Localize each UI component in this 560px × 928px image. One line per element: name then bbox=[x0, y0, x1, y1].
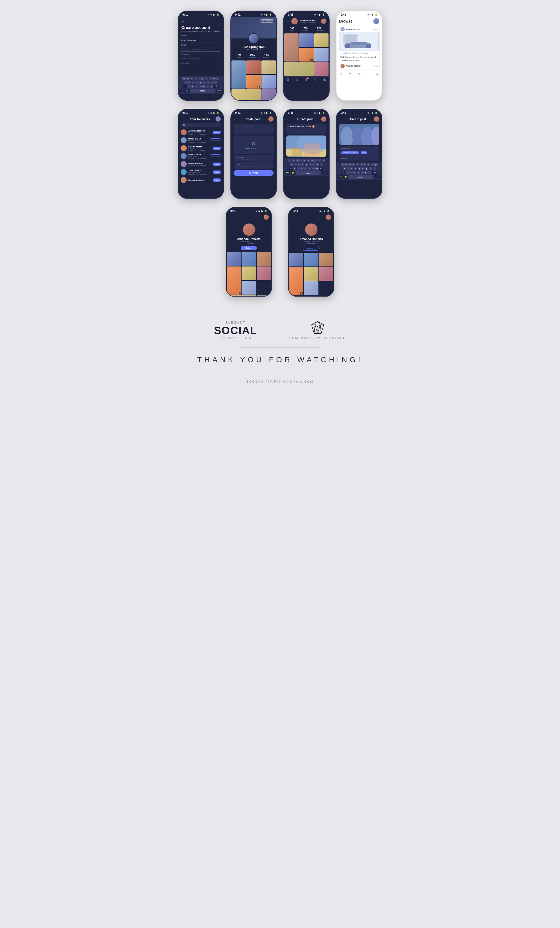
follow-big-button[interactable]: Follow bbox=[241, 246, 257, 250]
follow-button-6[interactable]: Follow bbox=[213, 171, 221, 174]
amanda-follow-back[interactable]: ← bbox=[229, 215, 232, 219]
followers-search[interactable]: 🔍 Search bbox=[181, 123, 221, 127]
tag-chip-ema[interactable]: Ema bbox=[361, 151, 367, 154]
kb3-p[interactable]: p bbox=[374, 163, 378, 166]
kb2-v[interactable]: v bbox=[304, 167, 307, 171]
password-confirm-input[interactable] bbox=[182, 66, 220, 70]
kb3-i[interactable]: i bbox=[367, 163, 370, 166]
kb3-k[interactable]: k bbox=[369, 167, 372, 170]
replies-action[interactable]: 💬 Replies 25 bbox=[349, 52, 359, 54]
kb3-z[interactable]: z bbox=[346, 171, 349, 174]
password-input[interactable] bbox=[182, 57, 220, 61]
kb3-w[interactable]: w bbox=[345, 163, 348, 166]
kb2-a[interactable]: a bbox=[290, 163, 293, 166]
browse-nav-home[interactable]: ⊞ bbox=[340, 72, 342, 76]
kb2-s[interactable]: s bbox=[294, 163, 297, 166]
browse-nav-add[interactable]: ⊕ bbox=[358, 72, 360, 76]
kb-c[interactable]: c bbox=[195, 85, 198, 88]
kb3-l[interactable]: l bbox=[372, 167, 376, 170]
kb-l[interactable]: l bbox=[214, 81, 217, 84]
kb-k[interactable]: k bbox=[211, 81, 214, 84]
kb3-shift[interactable]: ⇧ bbox=[342, 171, 345, 174]
kb2-return[interactable]: return bbox=[321, 171, 328, 174]
tag-friends-with-chips[interactable]: Tag Friends Francesca Anderson Ema bbox=[339, 146, 379, 156]
kb-return[interactable]: return bbox=[215, 89, 223, 92]
kb2-emoji[interactable]: 😊 bbox=[291, 171, 295, 175]
tag-chip-francesca[interactable]: Francesca Anderson bbox=[341, 151, 359, 154]
kb3-o[interactable]: o bbox=[371, 163, 374, 166]
kb-r[interactable]: r bbox=[194, 76, 197, 80]
following-button-4[interactable]: Following bbox=[210, 154, 221, 158]
kb-m[interactable]: m bbox=[210, 85, 214, 88]
kb2-l[interactable]: l bbox=[320, 163, 323, 166]
create-post-back[interactable]: ← bbox=[233, 117, 237, 121]
kb3-v[interactable]: v bbox=[357, 171, 360, 174]
kb3-g[interactable]: g bbox=[358, 167, 361, 170]
back-btn-amanda[interactable]: ← bbox=[286, 19, 290, 23]
nav-search-2[interactable]: ⊙ bbox=[296, 78, 299, 81]
photo-upload-area[interactable]: ⊙ Add Photo / Video bbox=[233, 136, 274, 154]
kb-u[interactable]: u bbox=[205, 76, 208, 80]
amanda-following-back[interactable]: ← bbox=[291, 215, 294, 219]
kb-i[interactable]: i bbox=[209, 76, 212, 80]
kb3-backspace[interactable]: ⌫ bbox=[372, 171, 377, 174]
kb-b[interactable]: b bbox=[202, 85, 206, 88]
kb2-e[interactable]: e bbox=[296, 159, 299, 162]
follow-button-3[interactable]: Follow bbox=[213, 147, 221, 150]
kb3-a[interactable]: a bbox=[343, 167, 346, 170]
kb2-c[interactable]: c bbox=[301, 167, 304, 171]
kb2-p[interactable]: p bbox=[322, 159, 325, 162]
kb2-g[interactable]: g bbox=[305, 163, 308, 166]
kb-t[interactable]: t bbox=[198, 76, 201, 80]
kb2-backspace[interactable]: ⌫ bbox=[319, 167, 324, 171]
kb3-q[interactable]: q bbox=[341, 163, 344, 166]
kb3-e[interactable]: e bbox=[348, 163, 352, 166]
kb2-t[interactable]: t bbox=[303, 159, 306, 162]
kb3-j[interactable]: j bbox=[365, 167, 368, 170]
like-action[interactable]: ♥ Like 280 bbox=[340, 52, 348, 54]
kb2-y[interactable]: y bbox=[307, 159, 310, 162]
kb2-d[interactable]: d bbox=[298, 163, 301, 166]
create-post-back-2[interactable]: ← bbox=[286, 117, 290, 121]
kb2-z[interactable]: z bbox=[293, 167, 296, 171]
follow-button-1[interactable]: Follow bbox=[213, 131, 221, 134]
nav-profile-2[interactable]: ◉ bbox=[323, 78, 326, 81]
shares-action[interactable]: ↗ Shares 4 bbox=[361, 52, 369, 54]
kb3-b[interactable]: b bbox=[361, 171, 364, 174]
post-input-area[interactable]: What's on your mind? bbox=[233, 124, 274, 134]
kb-p[interactable]: p bbox=[216, 76, 219, 80]
browse-nav-search[interactable]: ⊙ bbox=[349, 72, 351, 76]
kb2-j[interactable]: j bbox=[312, 163, 316, 166]
following-big-button[interactable]: Following bbox=[303, 246, 320, 250]
email-input[interactable] bbox=[182, 48, 220, 52]
kb-h[interactable]: h bbox=[203, 81, 206, 84]
back-button-1[interactable]: ← bbox=[182, 19, 220, 24]
nav-add-2[interactable]: ⊕ 39 bbox=[305, 78, 308, 81]
kb-n[interactable]: n bbox=[206, 85, 209, 88]
kb-q[interactable]: q bbox=[182, 76, 186, 80]
kb3-y[interactable]: y bbox=[360, 163, 363, 166]
kb2-w[interactable]: w bbox=[291, 159, 295, 162]
kb-emoji[interactable]: 🌐 bbox=[185, 89, 189, 93]
tag-friends-option[interactable]: Tag Friends Enter your friends name bbox=[233, 155, 274, 162]
kb2-x[interactable]: x bbox=[297, 167, 300, 171]
kb3-s[interactable]: s bbox=[346, 167, 350, 170]
kb-d[interactable]: d bbox=[192, 81, 195, 84]
kb2-m[interactable]: m bbox=[315, 167, 319, 171]
kb3-u[interactable]: u bbox=[363, 163, 366, 166]
kb2-f[interactable]: f bbox=[301, 163, 304, 166]
kb2-n[interactable]: n bbox=[311, 167, 315, 171]
kb3-r[interactable]: r bbox=[352, 163, 355, 166]
kb-g[interactable]: g bbox=[199, 81, 203, 84]
follow-button-7[interactable]: Follow bbox=[213, 179, 221, 182]
kb2-o[interactable]: o bbox=[318, 159, 321, 162]
kb2-i[interactable]: i bbox=[314, 159, 317, 162]
following-button-2[interactable]: Following bbox=[210, 138, 221, 142]
edit-profile-button[interactable]: EDIT PROFILE bbox=[260, 19, 274, 23]
kb3-n[interactable]: n bbox=[364, 171, 368, 174]
kb-f[interactable]: f bbox=[196, 81, 199, 84]
kb-o[interactable]: o bbox=[212, 76, 215, 80]
kb2-q[interactable]: q bbox=[288, 159, 291, 162]
share-button[interactable]: SHARE bbox=[233, 170, 274, 176]
browse-nav-profile[interactable]: ◉ bbox=[376, 72, 378, 76]
